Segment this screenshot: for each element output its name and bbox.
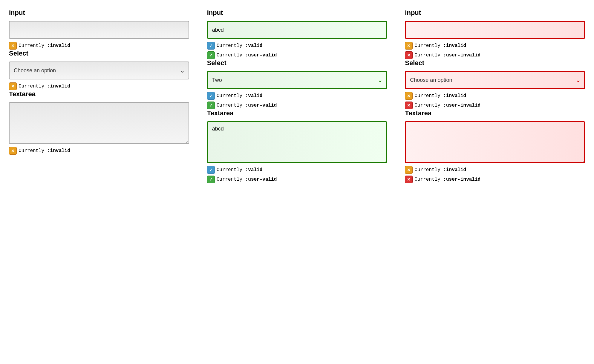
badge-red-x-2: ✕ (405, 102, 413, 109)
column-default: Input ✕ Currently :invalid Select Choose… (9, 9, 189, 183)
status-row-user-invalid-1: ✕ Currently :user-invalid (405, 51, 585, 59)
status-text-textarea-valid-1: Currently :valid (217, 167, 263, 173)
select-user-invalid-wrapper: Choose an option One Two Three ⌄ (405, 71, 585, 89)
status-text-textarea-invalid-1: Currently :invalid (19, 148, 70, 153)
badge-orange-x-5: ✕ (405, 92, 413, 100)
input-user-invalid-field[interactable] (405, 21, 585, 39)
textarea-default-statuses: ✕ Currently :invalid (9, 147, 189, 155)
select-valid-wrapper: Choose an option One Two Three ⌄ (207, 71, 387, 89)
select-default-statuses: ✕ Currently :invalid (9, 82, 189, 90)
cell-textarea-default: Textarea ✕ Currently :invalid (9, 90, 189, 155)
textarea-valid-field[interactable]: <span class="abcd-underline">abcd</span> (207, 121, 387, 163)
status-text-valid-1: Currently :valid (217, 43, 263, 48)
badge-orange-x-4: ✕ (405, 42, 413, 50)
input-valid-field[interactable] (207, 21, 387, 39)
status-row-invalid-1: ✕ Currently :invalid (9, 42, 189, 50)
cell-input-valid: Input ✓ Currently :valid ✓ Currently :us… (207, 9, 387, 59)
status-text-select-user-invalid-1: Currently :user-invalid (414, 103, 480, 108)
input-valid-label: Input (207, 9, 387, 17)
textarea-user-invalid-field[interactable] (405, 121, 585, 163)
badge-orange-x-1: ✕ (9, 42, 17, 50)
textarea-valid-label: Textarea (207, 109, 387, 117)
status-row-select-invalid-2: ✕ Currently :invalid (405, 92, 585, 100)
status-text-select-valid-1: Currently :valid (217, 93, 263, 99)
textarea-default-label: Textarea (9, 90, 189, 98)
select-user-invalid-label: Select (405, 59, 585, 67)
status-row-select-valid-1: ✓ Currently :valid (207, 92, 387, 100)
status-text-textarea-user-valid-1: Currently :user-valid (217, 177, 277, 182)
cell-select-default: Select Choose an option One Two Three ⌄ … (9, 50, 189, 90)
status-text-select-invalid-2: Currently :invalid (414, 93, 466, 99)
status-text-select-invalid-1: Currently :invalid (19, 84, 70, 89)
status-row-select-invalid-1: ✕ Currently :invalid (9, 82, 189, 90)
select-default-label: Select (9, 50, 189, 57)
status-text-select-user-valid-1: Currently :user-valid (217, 103, 277, 108)
status-text-textarea-user-invalid-1: Currently :user-invalid (414, 177, 480, 182)
status-row-select-user-valid-1: ✓ Currently :user-valid (207, 102, 387, 109)
badge-blue-check-2: ✓ (207, 92, 215, 100)
status-row-valid-1: ✓ Currently :valid (207, 42, 387, 50)
status-row-textarea-user-valid-1: ✓ Currently :user-valid (207, 176, 387, 183)
select-valid-label: Select (207, 59, 387, 67)
badge-red-x-3: ✕ (405, 176, 413, 183)
input-user-invalid-label: Input (405, 9, 585, 17)
badge-green-check-3: ✓ (207, 176, 215, 183)
status-row-textarea-user-invalid-1: ✕ Currently :user-invalid (405, 176, 585, 183)
cell-textarea-user-invalid: Textarea ✕ Currently :invalid ✕ Currentl… (405, 109, 585, 183)
input-valid-statuses: ✓ Currently :valid ✓ Currently :user-val… (207, 42, 387, 59)
textarea-valid-statuses: ✓ Currently :valid ✓ Currently :user-val… (207, 166, 387, 183)
status-row-user-valid-1: ✓ Currently :user-valid (207, 51, 387, 59)
select-user-invalid-field[interactable]: Choose an option One Two Three (405, 71, 585, 89)
textarea-user-invalid-statuses: ✕ Currently :invalid ✕ Currently :user-i… (405, 166, 585, 183)
select-valid-statuses: ✓ Currently :valid ✓ Currently :user-val… (207, 92, 387, 109)
status-text-invalid-2: Currently :invalid (414, 43, 466, 48)
select-default-field[interactable]: Choose an option One Two Three (9, 62, 189, 79)
badge-red-x-1: ✕ (405, 51, 413, 59)
status-row-invalid-2: ✕ Currently :invalid (405, 42, 585, 50)
status-text-user-valid-1: Currently :user-valid (217, 53, 277, 58)
badge-orange-x-6: ✕ (405, 166, 413, 174)
status-text-user-invalid-1: Currently :user-invalid (414, 53, 480, 58)
cell-textarea-valid: Textarea <span class="abcd-underline">ab… (207, 109, 387, 183)
badge-green-check-2: ✓ (207, 102, 215, 109)
status-text-invalid-1: Currently :invalid (19, 43, 70, 48)
badge-orange-x-3: ✕ (9, 147, 17, 155)
badge-blue-check-3: ✓ (207, 166, 215, 174)
textarea-default-field[interactable] (9, 102, 189, 144)
cell-input-default: Input ✕ Currently :invalid (9, 9, 189, 50)
input-user-invalid-statuses: ✕ Currently :invalid ✕ Currently :user-i… (405, 42, 585, 59)
status-text-textarea-invalid-2: Currently :invalid (414, 167, 466, 173)
status-row-textarea-valid-1: ✓ Currently :valid (207, 166, 387, 174)
cell-select-valid: Select Choose an option One Two Three ⌄ … (207, 59, 387, 109)
cell-input-user-invalid: Input ✕ Currently :invalid ✕ Currently :… (405, 9, 585, 59)
badge-orange-x-2: ✕ (9, 82, 17, 90)
textarea-user-invalid-label: Textarea (405, 109, 585, 117)
column-user-invalid: Input ✕ Currently :invalid ✕ Currently :… (405, 9, 585, 183)
select-user-invalid-statuses: ✕ Currently :invalid ✕ Currently :user-i… (405, 92, 585, 109)
select-valid-field[interactable]: Choose an option One Two Three (207, 71, 387, 89)
status-row-textarea-invalid-2: ✕ Currently :invalid (405, 166, 585, 174)
input-default-label: Input (9, 9, 189, 17)
select-default-wrapper: Choose an option One Two Three ⌄ (9, 62, 189, 79)
status-row-select-user-invalid-1: ✕ Currently :user-invalid (405, 102, 585, 109)
column-valid: Input ✓ Currently :valid ✓ Currently :us… (207, 9, 387, 183)
status-row-textarea-invalid-1: ✕ Currently :invalid (9, 147, 189, 155)
badge-green-check-1: ✓ (207, 51, 215, 59)
input-default-statuses: ✕ Currently :invalid (9, 42, 189, 50)
badge-blue-check-1: ✓ (207, 42, 215, 50)
cell-select-user-invalid: Select Choose an option One Two Three ⌄ … (405, 59, 585, 109)
main-grid: Input ✕ Currently :invalid Select Choose… (9, 9, 585, 183)
input-default-field[interactable] (9, 21, 189, 39)
